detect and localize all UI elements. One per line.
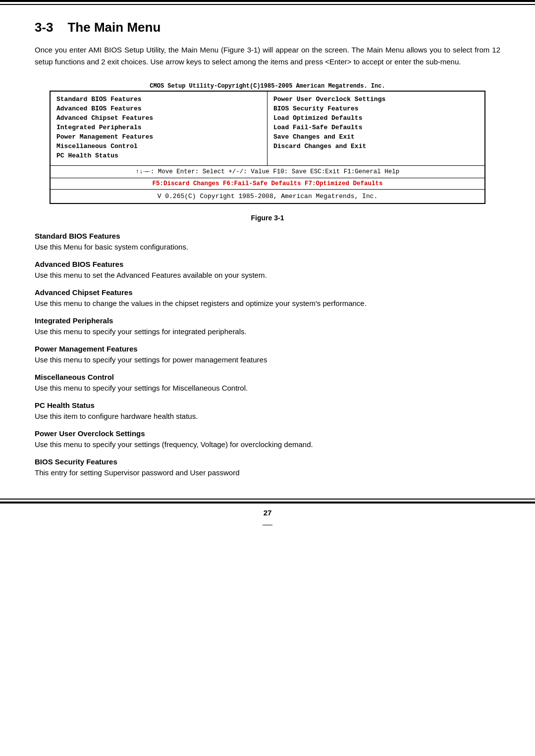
bios-menu-item-2: Advanced BIOS Features bbox=[56, 105, 261, 112]
bios-left-col: Standard BIOS Features Advanced BIOS Fea… bbox=[51, 92, 268, 165]
bios-menu-item-10: Load Optimized Defaults bbox=[273, 114, 479, 122]
section-number: 3-3 bbox=[35, 20, 54, 35]
desc-heading-6: PC Health Status bbox=[35, 401, 500, 409]
bios-menu-item-6: Miscellaneous Control bbox=[56, 143, 261, 150]
page-number-underline bbox=[0, 519, 535, 527]
bios-box-wrapper: CMOS Setup Utility-Copyright(C)1985-2005… bbox=[50, 83, 485, 204]
bios-menu-item-13: Discard Changes and Exit bbox=[273, 143, 479, 150]
figure-label: Figure 3-1 bbox=[35, 214, 500, 222]
fkey-7: F7:Optimized Defaults bbox=[305, 180, 383, 187]
desc-heading-8: BIOS Security Features bbox=[35, 457, 500, 466]
desc-heading-7: Power User Overclock Settings bbox=[35, 429, 500, 438]
section-title: 3-3 The Main Menu bbox=[35, 20, 500, 35]
bios-menu-item-3: Advanced Chipset Features bbox=[56, 114, 261, 122]
fkey-6: F6:Fail-Safe Defaults bbox=[223, 180, 301, 187]
bios-nav-row: ↑↓→←: Move Enter: Select +/-/: Value F10… bbox=[51, 166, 484, 178]
bios-menu-item-8: Power User Overclock Settings bbox=[273, 96, 479, 103]
bios-right-col: Power User Overclock Settings BIOS Secur… bbox=[268, 92, 484, 165]
bios-menu-row: Standard BIOS Features Advanced BIOS Fea… bbox=[51, 92, 484, 166]
top-rule bbox=[0, 0, 535, 5]
desc-body-1: Use this menu to set the Advanced Featur… bbox=[35, 269, 500, 281]
fkey-5: F5:Discard Changes bbox=[152, 180, 219, 187]
intro-paragraph: Once you enter AMI BIOS Setup Utility, t… bbox=[35, 44, 500, 68]
page-number: 27 bbox=[0, 508, 535, 517]
desc-body-2: Use this menu to change the values in th… bbox=[35, 298, 500, 309]
bottom-rule bbox=[0, 499, 535, 504]
desc-heading-1: Advanced BIOS Features bbox=[35, 260, 500, 268]
desc-body-4: Use this menu to specify your settings f… bbox=[35, 354, 500, 366]
desc-heading-5: Miscellaneous Control bbox=[35, 373, 500, 381]
desc-heading-3: Integrated Peripherals bbox=[35, 316, 500, 325]
bios-menu-item-5: Power Management Features bbox=[56, 133, 261, 141]
bios-menu-item-12: Save Changes and Exit bbox=[273, 133, 479, 141]
desc-body-7: Use this menu to specify your settings (… bbox=[35, 439, 500, 451]
bios-menu-item-1: Standard BIOS Features bbox=[56, 96, 261, 103]
desc-heading-2: Advanced Chipset Features bbox=[35, 288, 500, 297]
bios-box: Standard BIOS Features Advanced BIOS Fea… bbox=[50, 91, 485, 204]
desc-body-3: Use this menu to specify your settings f… bbox=[35, 326, 500, 338]
bios-menu-item-4: Integrated Peripherals bbox=[56, 124, 261, 131]
desc-body-5: Use this menu to specify your settings f… bbox=[35, 382, 500, 394]
descriptions-list: Standard BIOS FeaturesUse this Menu for … bbox=[35, 232, 500, 479]
section-heading-text: The Main Menu bbox=[67, 20, 160, 35]
bios-fkeys-row: F5:Discard Changes F6:Fail-Safe Defaults… bbox=[51, 178, 484, 190]
bios-menu-item-9: BIOS Security Features bbox=[273, 105, 479, 112]
desc-body-6: Use this item to configure hardware heal… bbox=[35, 410, 500, 422]
bios-menu-item-7: PC Health Status bbox=[56, 152, 261, 159]
desc-heading-0: Standard BIOS Features bbox=[35, 232, 500, 240]
main-content: 3-3 The Main Menu Once you enter AMI BIO… bbox=[0, 20, 535, 479]
desc-body-0: Use this Menu for basic system configura… bbox=[35, 241, 500, 253]
bios-version-row: V 0.265(C) Copyright 1985-2008, American… bbox=[51, 190, 484, 203]
desc-body-8: This entry for setting Supervisor passwo… bbox=[35, 467, 500, 479]
bios-title-line: CMOS Setup Utility-Copyright(C)1985-2005… bbox=[50, 83, 485, 90]
bios-menu-item-11: Load Fail-Safe Defaults bbox=[273, 124, 479, 131]
desc-heading-4: Power Management Features bbox=[35, 345, 500, 353]
